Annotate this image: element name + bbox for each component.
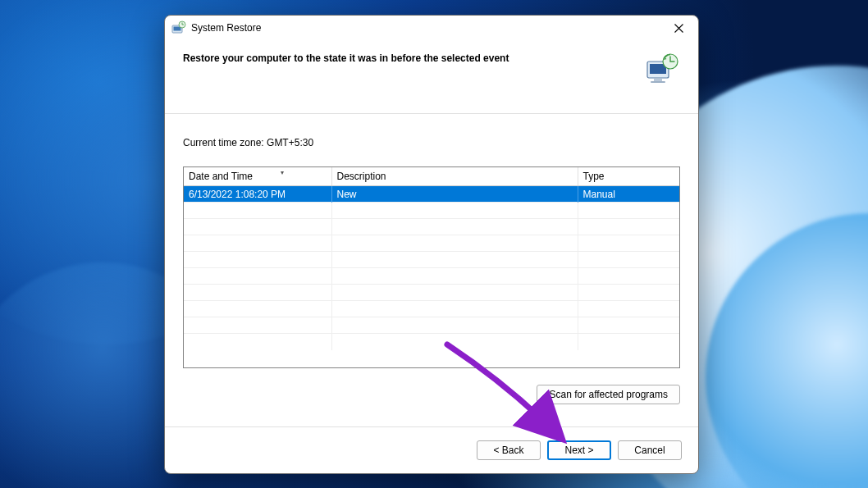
timezone-label: Current time zone: GMT+5:30	[183, 137, 680, 148]
table-row	[184, 235, 679, 252]
close-icon	[674, 24, 683, 33]
titlebar: System Restore	[165, 16, 698, 40]
window-title: System Restore	[191, 22, 261, 34]
table-row	[184, 219, 679, 235]
table-row	[184, 334, 679, 350]
svg-rect-6	[651, 81, 665, 83]
cell-description: New	[331, 186, 578, 203]
col-header-type[interactable]: Type	[578, 167, 679, 186]
wizard-heading: Restore your computer to the state it wa…	[183, 52, 636, 66]
system-restore-dialog: System Restore Restore your computer to …	[164, 15, 699, 474]
wizard-footer: < Back Next > Cancel	[165, 426, 698, 473]
table-row	[184, 268, 679, 285]
col-header-description[interactable]: Description	[331, 167, 578, 186]
restore-points-table[interactable]: Date and Time ▾ Description Type 6/13/20…	[183, 166, 680, 368]
col-header-datetime[interactable]: Date and Time ▾	[184, 167, 331, 186]
cancel-button[interactable]: Cancel	[618, 440, 682, 460]
close-button[interactable]	[660, 16, 697, 40]
wizard-header: Restore your computer to the state it wa…	[165, 40, 698, 114]
scan-affected-programs-button[interactable]: Scan for affected programs	[537, 385, 680, 404]
table-row	[184, 317, 679, 334]
table-row	[184, 285, 679, 301]
back-button[interactable]: < Back	[477, 440, 541, 460]
table-row	[184, 252, 679, 268]
table-row[interactable]: 6/13/2022 1:08:20 PM New Manual	[184, 186, 679, 203]
table-row	[184, 203, 679, 219]
svg-rect-5	[654, 79, 662, 81]
system-restore-icon	[171, 21, 186, 35]
table-row	[184, 301, 679, 317]
cell-type: Manual	[578, 186, 679, 203]
sort-desc-icon: ▾	[281, 169, 284, 176]
restore-computer-icon	[644, 52, 680, 88]
cell-datetime: 6/13/2022 1:08:20 PM	[184, 186, 331, 203]
next-button[interactable]: Next >	[547, 440, 611, 460]
